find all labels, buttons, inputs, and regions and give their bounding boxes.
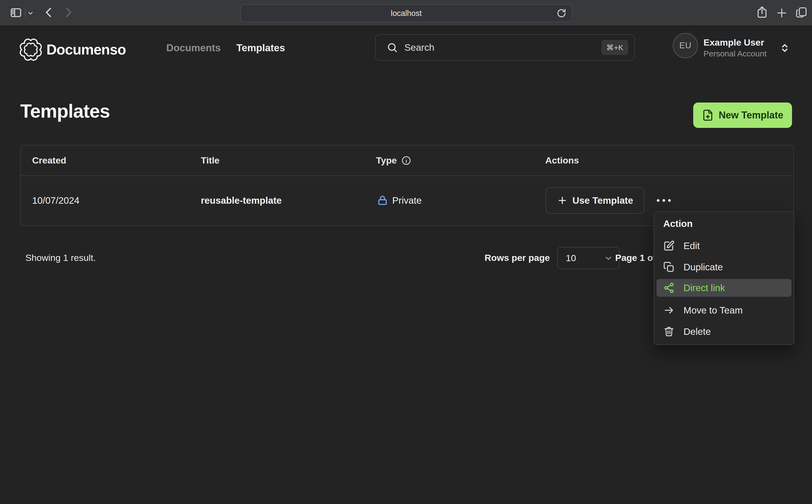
forward-icon bbox=[62, 6, 74, 19]
column-title: Title bbox=[201, 145, 219, 175]
menu-item-delete[interactable]: Delete bbox=[657, 322, 791, 341]
account-switcher-icon[interactable] bbox=[779, 42, 790, 54]
page-title: Templates bbox=[20, 100, 110, 122]
toolbar-divider bbox=[25, 8, 25, 18]
browser-toolbar: localhost bbox=[0, 0, 812, 26]
user-name: Example User bbox=[704, 37, 764, 48]
file-plus-icon bbox=[702, 109, 714, 121]
address-bar[interactable]: localhost bbox=[240, 4, 572, 22]
direct-link-icon bbox=[663, 282, 675, 294]
new-tab-icon[interactable] bbox=[776, 7, 788, 19]
share-icon[interactable] bbox=[755, 5, 769, 19]
sidebar-toggle-icon[interactable] bbox=[10, 6, 22, 19]
cell-created: 10/07/2024 bbox=[32, 176, 79, 225]
search-icon bbox=[386, 42, 398, 53]
row-actions-menu-button[interactable] bbox=[657, 199, 671, 202]
menu-title: Action bbox=[663, 218, 693, 229]
screen: localhost Documenso Documents Templates bbox=[0, 0, 812, 504]
column-type: Type bbox=[376, 145, 412, 175]
results-count: Showing 1 result. bbox=[25, 253, 96, 263]
avatar-initials: EU bbox=[679, 41, 691, 50]
cell-title[interactable]: reusable-template bbox=[201, 176, 282, 225]
rows-per-page-value: 10 bbox=[566, 253, 576, 263]
type-label: Private bbox=[392, 195, 422, 206]
cell-actions: Use Template bbox=[546, 176, 671, 225]
column-created: Created bbox=[32, 145, 66, 175]
rows-per-page-select[interactable]: 10 bbox=[557, 247, 620, 269]
use-template-button[interactable]: Use Template bbox=[546, 187, 644, 214]
rows-per-page-label: Rows per page bbox=[485, 253, 550, 263]
menu-item-move-to-team[interactable]: Move to Team bbox=[657, 301, 791, 320]
column-actions: Actions bbox=[545, 145, 579, 175]
url-text: localhost bbox=[391, 9, 422, 18]
cell-type: Private bbox=[376, 176, 422, 225]
menu-item-edit[interactable]: Edit bbox=[657, 236, 791, 256]
search-input[interactable] bbox=[404, 42, 602, 53]
menu-item-direct-link[interactable]: Direct link bbox=[657, 279, 791, 297]
use-template-label: Use Template bbox=[573, 195, 633, 206]
info-icon[interactable] bbox=[401, 155, 412, 166]
row-action-menu: Action Edit Duplicate Direct link bbox=[654, 211, 794, 345]
menu-item-duplicate[interactable]: Duplicate bbox=[657, 257, 791, 277]
search-shortcut-badge: ⌘+K bbox=[602, 40, 628, 55]
user-account-type: Personal Account bbox=[704, 49, 766, 58]
brand-wordmark[interactable]: Documenso bbox=[46, 39, 126, 60]
new-template-button[interactable]: New Template bbox=[693, 103, 792, 128]
nav-documents[interactable]: Documents bbox=[166, 42, 220, 54]
table-header: Created Title Type Actions bbox=[21, 145, 793, 176]
duplicate-icon bbox=[663, 261, 675, 273]
delete-icon bbox=[663, 326, 675, 337]
back-icon[interactable] bbox=[43, 6, 56, 19]
main-nav: Documents Templates bbox=[166, 35, 285, 62]
move-icon bbox=[663, 305, 675, 316]
avatar[interactable]: EU bbox=[673, 33, 698, 58]
tab-overview-icon[interactable] bbox=[795, 6, 808, 19]
reload-icon[interactable] bbox=[556, 8, 567, 19]
new-template-label: New Template bbox=[719, 110, 783, 121]
search-bar[interactable]: ⌘+K bbox=[375, 34, 635, 61]
documenso-logo-icon[interactable] bbox=[19, 38, 43, 62]
plus-icon bbox=[557, 195, 568, 206]
chevron-down-icon bbox=[604, 254, 613, 263]
lock-icon bbox=[376, 195, 388, 206]
edit-icon bbox=[663, 240, 675, 251]
nav-templates[interactable]: Templates bbox=[236, 42, 285, 54]
sidebar-chevron-icon[interactable] bbox=[27, 10, 34, 17]
